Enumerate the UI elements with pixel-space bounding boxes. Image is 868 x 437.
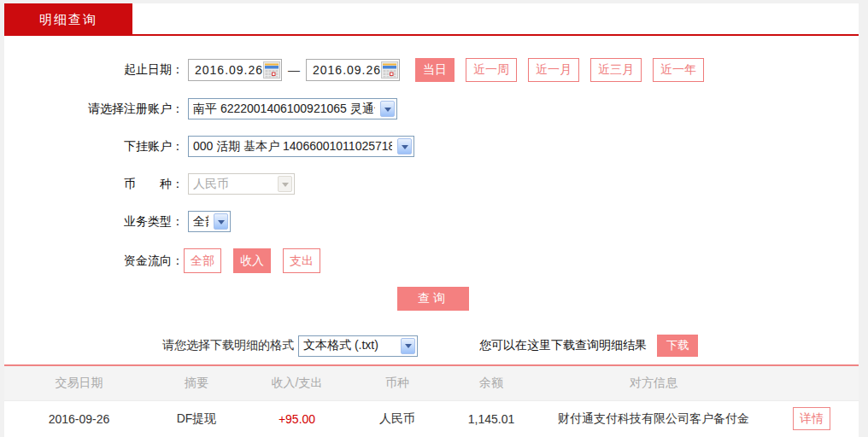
business-type-value: 全部 xyxy=(193,214,208,230)
download-format-value: 文本格式 (.txt) xyxy=(303,338,396,353)
business-type-row: 业务类型： 全部 xyxy=(4,211,859,232)
end-date-input[interactable]: 2016.09.26 xyxy=(306,59,400,81)
end-date-value: 2016.09.26 xyxy=(313,63,381,77)
tab-detail-query[interactable]: 明细查询 xyxy=(4,3,132,36)
register-account-value: 南平 6222001406100921065 灵通卡 xyxy=(193,102,375,117)
header-action xyxy=(765,366,859,400)
detail-query-panel: 明细查询 起止日期： 2016.09.26 xyxy=(4,3,859,432)
fund-flow-income-button[interactable]: 收入 xyxy=(233,248,271,273)
quick-range-week-button[interactable]: 近一周 xyxy=(466,58,517,82)
quick-range-year-button[interactable]: 近一年 xyxy=(653,58,704,82)
fund-flow-all-button[interactable]: 全部 xyxy=(184,248,221,273)
business-type-select[interactable]: 全部 xyxy=(188,211,231,232)
download-row: 请您选择下载明细的格式 文本格式 (.txt) 您可以在这里下载查询明细结果 下… xyxy=(162,335,859,357)
chevron-down-icon xyxy=(380,101,395,117)
calendar-icon[interactable] xyxy=(381,61,398,79)
currency-row: 币 种： 人民币 xyxy=(4,173,859,195)
header-trade-date: 交易日期 xyxy=(4,366,154,400)
download-button[interactable]: 下载 xyxy=(657,335,698,357)
quick-range-today-button[interactable]: 当日 xyxy=(415,58,455,82)
table-row: 2016-09-26 DF提现 +95.00 人民币 1,145.01 财付通支… xyxy=(4,400,859,437)
table-header-row: 交易日期 摘要 收入/支出 币种 余额 对方信息 xyxy=(4,366,859,400)
currency-label: 币 种： xyxy=(4,177,184,192)
currency-value: 人民币 xyxy=(193,177,273,192)
date-separator: — xyxy=(288,63,300,77)
quick-range-buttons: 当日 近一周 近一月 近三月 近一年 xyxy=(415,58,715,82)
register-account-select[interactable]: 南平 6222001406100921065 灵通卡 xyxy=(188,98,397,119)
cell-action: 详情 xyxy=(765,400,859,437)
quick-range-quarter-button[interactable]: 近三月 xyxy=(590,58,642,82)
date-range-row: 起止日期： 2016.09.26 — 2016.09.26 xyxy=(4,58,859,82)
business-type-label: 业务类型： xyxy=(4,214,184,230)
results-table-section: 交易日期 摘要 收入/支出 币种 余额 对方信息 2016-09-26 DF提现… xyxy=(4,364,859,437)
header-summary: 摘要 xyxy=(154,366,239,400)
sub-account-value: 000 活期 基本户 1406600101102571848 xyxy=(193,139,392,154)
cell-counterparty: 财付通支付科技有限公司客户备付金 xyxy=(542,400,765,437)
header-counterparty: 对方信息 xyxy=(542,366,765,400)
fund-flow-label: 资金流向： xyxy=(4,253,184,269)
tab-bar: 明细查询 xyxy=(4,3,859,36)
header-currency: 币种 xyxy=(355,366,440,400)
results-table: 交易日期 摘要 收入/支出 币种 余额 对方信息 2016-09-26 DF提现… xyxy=(4,366,859,437)
cell-balance: 1,145.01 xyxy=(440,400,542,437)
query-button[interactable]: 查询 xyxy=(397,287,469,311)
register-account-row: 请选择注册账户： 南平 6222001406100921065 灵通卡 xyxy=(4,98,859,119)
fund-flow-expense-button[interactable]: 支出 xyxy=(283,248,320,273)
chevron-down-icon xyxy=(278,176,292,192)
cell-trade-date: 2016-09-26 xyxy=(4,400,154,437)
download-format-select[interactable]: 文本格式 (.txt) xyxy=(298,335,418,357)
calendar-icon[interactable] xyxy=(263,61,280,79)
chevron-down-icon xyxy=(401,338,415,354)
cell-summary: DF提现 xyxy=(154,400,239,437)
sub-account-label: 下挂账户： xyxy=(4,139,184,154)
register-account-label: 请选择注册账户： xyxy=(4,102,184,117)
quick-range-month-button[interactable]: 近一月 xyxy=(528,58,579,82)
query-form: 起止日期： 2016.09.26 — 2016.09.26 xyxy=(4,36,859,311)
currency-select: 人民币 xyxy=(188,173,295,195)
header-income-expense: 收入/支出 xyxy=(239,366,355,400)
cell-amount: +95.00 xyxy=(239,400,355,437)
chevron-down-icon xyxy=(397,138,412,154)
chevron-down-icon xyxy=(214,213,228,230)
start-date-input[interactable]: 2016.09.26 xyxy=(188,59,282,81)
fund-flow-row: 资金流向： 全部 收入 支出 xyxy=(4,248,859,273)
header-balance: 余额 xyxy=(440,366,542,400)
cell-currency: 人民币 xyxy=(355,400,440,437)
download-format-label: 请您选择下载明细的格式 xyxy=(162,338,294,353)
sub-account-row: 下挂账户： 000 活期 基本户 1406600101102571848 xyxy=(4,136,859,157)
query-button-row: 查询 xyxy=(397,287,859,311)
detail-button[interactable]: 详情 xyxy=(793,407,830,430)
start-date-value: 2016.09.26 xyxy=(195,63,263,77)
download-hint: 您可以在这里下载查询明细结果 xyxy=(479,338,647,353)
date-range-label: 起止日期： xyxy=(4,62,184,78)
sub-account-select[interactable]: 000 活期 基本户 1406600101102571848 xyxy=(188,136,414,157)
fund-flow-buttons: 全部 收入 支出 xyxy=(184,248,332,273)
